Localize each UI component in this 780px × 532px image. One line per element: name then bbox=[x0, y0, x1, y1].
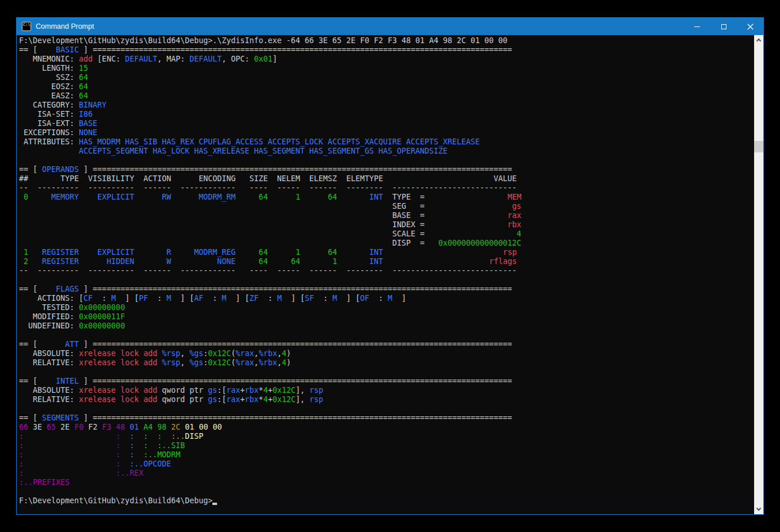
scrollbar-thumb[interactable] bbox=[754, 141, 763, 152]
window-title: Command Prompt bbox=[36, 22, 684, 30]
scroll-down-button[interactable] bbox=[754, 504, 763, 514]
console-line bbox=[19, 487, 754, 496]
close-button[interactable] bbox=[737, 18, 763, 35]
scrollbar[interactable] bbox=[754, 35, 763, 514]
console-line: == [ BASIC ] ===========================… bbox=[19, 45, 754, 55]
window-controls bbox=[684, 18, 763, 35]
console-line: == [ ATT ] =============================… bbox=[19, 340, 754, 349]
console-line: 2 REGISTER HIDDEN W NONE 64 64 1 INT rfl… bbox=[19, 257, 754, 266]
console-line: -- --------- ---------- ------ ---------… bbox=[19, 183, 754, 193]
console-line: EASZ: 64 bbox=[19, 91, 754, 101]
console-line: ISA-SET: I86 bbox=[19, 110, 754, 119]
chevron-up-icon bbox=[756, 39, 761, 43]
console-line: : : : : :..SIB bbox=[19, 441, 754, 450]
console-line: : : : :..MODRM bbox=[19, 450, 754, 460]
close-icon bbox=[747, 24, 754, 30]
console-line: MODIFIED: 0x0000011F bbox=[19, 312, 754, 322]
console-line: UNDEFINED: 0x00000000 bbox=[19, 322, 754, 331]
console-line: 0 MEMORY EXPLICIT RW MODRM_RM 64 1 64 IN… bbox=[19, 193, 754, 202]
desktop: { "window": { "title": "Command Prompt",… bbox=[0, 0, 780, 532]
console-line bbox=[19, 404, 754, 414]
console-line: SCALE = 4 bbox=[19, 229, 754, 239]
maximize-icon bbox=[721, 24, 726, 29]
text-cursor bbox=[212, 497, 217, 505]
console-line: == [ SEGMENTS ] ========================… bbox=[19, 414, 754, 423]
console-line: == [ INTEL ] ===========================… bbox=[19, 377, 754, 386]
maximize-button[interactable] bbox=[710, 18, 737, 35]
console-line: CATEGORY: BINARY bbox=[19, 101, 754, 110]
console-line: RELATIVE: xrelease lock add %rsp, %gs:0x… bbox=[19, 358, 754, 368]
console-line: : :..REX bbox=[19, 469, 754, 478]
console-line bbox=[19, 156, 754, 165]
console-line: : : : : : :..DISP bbox=[19, 432, 754, 441]
titlebar[interactable]: C:\ Command Prompt bbox=[17, 18, 763, 35]
console-line bbox=[19, 275, 754, 285]
cmd-icon: C:\ bbox=[22, 22, 31, 31]
console-line: EOSZ: 64 bbox=[19, 82, 754, 91]
console-line bbox=[19, 331, 754, 340]
console-line: ## TYPE VISIBILITY ACTION ENCODING SIZE … bbox=[19, 174, 754, 183]
minimize-button[interactable] bbox=[684, 18, 710, 35]
console-line: SSZ: 64 bbox=[19, 73, 754, 82]
console-line: ACTIONS: [CF : M ] [PF : M ] [AF : M ] [… bbox=[19, 294, 754, 303]
console-line: -- --------- ---------- ------ ---------… bbox=[19, 266, 754, 275]
console-line: 66 3E 65 2E F0 F2 F3 48 01 A4 98 2C 01 0… bbox=[19, 423, 754, 432]
console-line: EXCEPTIONS: NONE bbox=[19, 128, 754, 137]
console-line: BASE = rax bbox=[19, 211, 754, 220]
console-output[interactable]: F:\Development\GitHub\zydis\Build64\Debu… bbox=[17, 35, 754, 514]
console-line bbox=[19, 368, 754, 377]
console-line: : : :..OPCODE bbox=[19, 460, 754, 469]
console-line: == [ FLAGS ] ===========================… bbox=[19, 285, 754, 294]
console-line: INDEX = rbx bbox=[19, 220, 754, 229]
console-line: LENGTH: 15 bbox=[19, 64, 754, 73]
command-prompt-window: C:\ Command Prompt F:\Development\GitHub… bbox=[16, 17, 764, 515]
console-line: RELATIVE: xrelease lock add qword ptr gs… bbox=[19, 395, 754, 404]
console-line: ABSOLUTE: xrelease lock add %rsp, %gs:0x… bbox=[19, 349, 754, 358]
console-line: F:\Development\GitHub\zydis\Build64\Debu… bbox=[19, 496, 754, 506]
console-line: TESTED: 0x00000000 bbox=[19, 303, 754, 312]
minimize-icon bbox=[694, 26, 700, 27]
scroll-up-button[interactable] bbox=[754, 35, 763, 45]
console-line: ATTRIBUTES: HAS_MODRM HAS_SIB HAS_REX CP… bbox=[19, 137, 754, 147]
console-line: MNEMONIC: add [ENC: DEFAULT, MAP: DEFAUL… bbox=[19, 55, 754, 64]
console-line: :..PREFIXES bbox=[19, 478, 754, 487]
console-line: ISA-EXT: BASE bbox=[19, 119, 754, 128]
console-line: == [ OPERANDS ] ========================… bbox=[19, 165, 754, 174]
console-line: DISP = 0x000000000000012C bbox=[19, 239, 754, 248]
console-line: ABSOLUTE: xrelease lock add qword ptr gs… bbox=[19, 386, 754, 395]
console-line: ACCEPTS_SEGMENT HAS_LOCK HAS_XRELEASE HA… bbox=[19, 147, 754, 156]
chevron-down-icon bbox=[756, 506, 761, 511]
console-line: 1 REGISTER EXPLICIT R MODRM_REG 64 1 64 … bbox=[19, 248, 754, 257]
console-line: F:\Development\GitHub\zydis\Build64\Debu… bbox=[19, 36, 754, 45]
console-line: SEG = gs bbox=[19, 202, 754, 211]
